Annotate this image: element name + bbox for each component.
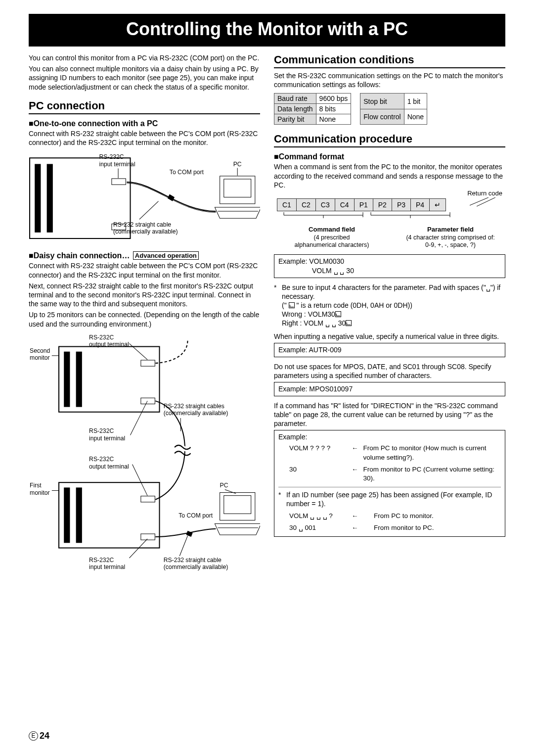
intro-paragraph-2: You can also connect multiple monitors v… <box>29 64 260 92</box>
cell: Baud rate <box>274 94 316 104</box>
command-structure-diagram: Return code C1 C2 C3 C4 P1 P2 P3 P4 <box>274 198 505 222</box>
command-format-heading-text: Command format <box>279 152 344 161</box>
svg-rect-3 <box>112 179 126 185</box>
example-header: Example: <box>278 432 501 442</box>
svg-line-35 <box>129 343 147 360</box>
bullet-marker-icon: ■ <box>29 251 34 260</box>
command-format-heading: ■Command format <box>274 152 505 161</box>
svg-rect-18 <box>64 351 70 407</box>
svg-text:output terminal: output terminal <box>89 463 129 470</box>
svg-rect-25 <box>141 496 155 502</box>
direction-table: VOLM ? ? ? ? ← From PC to monitor (How m… <box>278 442 501 485</box>
asterisk-icon: * <box>274 283 279 328</box>
return-code-label: Return code <box>467 189 502 197</box>
svg-text:Second: Second <box>30 347 50 354</box>
dir-cmd: VOLM ? ? ? ? <box>279 443 349 463</box>
svg-rect-17 <box>59 346 159 412</box>
bullet-marker-icon: ■ <box>274 152 279 161</box>
example-box-volm0030: Example: VOLM0030 VOLM ␣ ␣ 30 <box>274 254 505 278</box>
example-box-direction: Example: VOLM ? ? ? ? ← From PC to monit… <box>274 430 505 537</box>
svg-text:RS-232C: RS-232C <box>89 557 114 564</box>
direction-table-sub: VOLM ␣ ␣ ␣ ? ← From PC to monitor. 30 ␣ … <box>278 510 501 534</box>
return-code-icon <box>346 320 352 326</box>
daisy-chain-heading: ■Daisy chain connection… Advanced operat… <box>29 251 260 260</box>
cmd-cell: P1 <box>354 198 373 211</box>
cell: 1 bit <box>404 94 427 109</box>
padding-note-body: Be sure to input 4 characters for the pa… <box>282 283 505 328</box>
asterisk-icon: * <box>278 490 283 508</box>
svg-line-44 <box>133 464 148 495</box>
example-box-autr: Example: AUTR-009 <box>274 343 505 357</box>
one-to-one-figure: RS-232C input terminal PC To COM port RS… <box>29 151 260 246</box>
note-text-c: " is a return code (0DH, 0AH or 0DH)) <box>295 301 412 309</box>
advanced-operation-badge: Advanced operation <box>133 251 199 260</box>
dir-desc: From PC to monitor (How much is current … <box>361 443 500 463</box>
padding-note: * Be sure to input 4 characters for the … <box>274 283 505 328</box>
note-text-a: Be sure to input 4 characters for the pa… <box>282 284 500 300</box>
comm-table-2: Stop bit1 bit Flow controlNone <box>360 93 427 125</box>
cell: Flow control <box>360 109 404 125</box>
page-number-value: 24 <box>40 731 49 741</box>
return-code-icon <box>335 311 341 317</box>
field-legend: Command field (4 prescribed alphanumeric… <box>277 226 505 249</box>
command-field-legend: Command field (4 prescribed alphanumeric… <box>277 226 387 249</box>
svg-text:RS-232C: RS-232C <box>89 334 114 341</box>
right-example: Right : VOLM ␣ ␣ 30 <box>282 319 346 327</box>
command-format-body: When a command is sent from the PC to th… <box>274 162 505 189</box>
cell: Parity bit <box>274 114 316 125</box>
daisy-body-2: Next, connect RS-232 straight cable to t… <box>29 282 260 309</box>
svg-text:To COM port: To COM port <box>170 169 204 176</box>
cell: None <box>404 109 427 125</box>
svg-rect-22 <box>59 482 159 548</box>
page-e-icon: E <box>29 731 38 741</box>
intro-paragraph-1: You can control this monitor from a PC v… <box>29 53 260 62</box>
cell: 9600 bps <box>316 94 351 104</box>
svg-rect-6 <box>224 179 251 197</box>
daisy-chain-heading-text: Daisy chain connection… <box>34 251 130 260</box>
title-banner: Controlling the Monitor with a PC <box>29 14 505 47</box>
cell: None <box>316 114 351 125</box>
svg-rect-24 <box>76 487 82 543</box>
example-line-1: Example: VOLM0030 <box>278 257 344 265</box>
dir-desc: From monitor to PC. <box>372 522 500 533</box>
svg-rect-20 <box>141 360 155 366</box>
command-cells-row: C1 C2 C3 C4 P1 P2 P3 P4 ↵ <box>277 198 446 211</box>
svg-text:PC: PC <box>220 482 228 489</box>
daisy-chain-figure: Second monitor RS-232C output terminal R… <box>29 332 260 574</box>
return-arrow-icon <box>467 197 496 207</box>
svg-rect-1 <box>35 164 41 233</box>
comm-conditions-heading: Communication conditions <box>274 53 505 68</box>
cmd-cell: P2 <box>373 198 392 211</box>
svg-line-57 <box>470 197 489 205</box>
svg-text:RS-232C: RS-232C <box>89 427 114 434</box>
svg-text:input terminal: input terminal <box>99 161 135 168</box>
command-field-body: (4 prescribed alphanumerical characters) <box>295 234 369 249</box>
svg-text:PC: PC <box>233 161 242 168</box>
command-field-title: Command field <box>309 226 355 233</box>
svg-text:RS-232C: RS-232C <box>99 153 124 160</box>
example-line-2: VOLM ␣ ␣ 30 <box>312 267 354 275</box>
svg-line-16 <box>139 201 159 220</box>
svg-line-41 <box>131 401 148 435</box>
one-to-one-body: Connect with RS-232 straight cable betwe… <box>29 129 260 147</box>
cell: 8 bits <box>316 104 351 114</box>
svg-rect-21 <box>141 398 155 404</box>
dir-cmd: VOLM ␣ ␣ ␣ ? <box>279 511 349 521</box>
svg-text:RS-232 straight cables: RS-232 straight cables <box>164 402 224 409</box>
brackets-icon <box>277 211 508 220</box>
left-column: You can control this monitor from a PC v… <box>29 53 260 579</box>
negative-value-body: When inputting a negative value, specify… <box>274 332 505 341</box>
cell: Data length <box>274 104 316 114</box>
right-column: Communication conditions Set the RS-232C… <box>274 53 505 579</box>
parameter-field-title: Parameter field <box>427 226 474 233</box>
svg-rect-2 <box>47 164 53 233</box>
dir-cmd: 30 ␣ 001 <box>279 522 349 533</box>
svg-text:RS-232C: RS-232C <box>89 456 114 463</box>
cmd-cell: C1 <box>277 198 297 211</box>
cmd-cell: P3 <box>392 198 410 211</box>
cmd-cell: P4 <box>411 198 430 211</box>
svg-text:monitor: monitor <box>30 354 50 361</box>
svg-rect-23 <box>64 487 70 543</box>
comm-conditions-body: Set the RS-232C communication settings o… <box>274 71 505 89</box>
svg-text:To COM port: To COM port <box>178 512 213 519</box>
